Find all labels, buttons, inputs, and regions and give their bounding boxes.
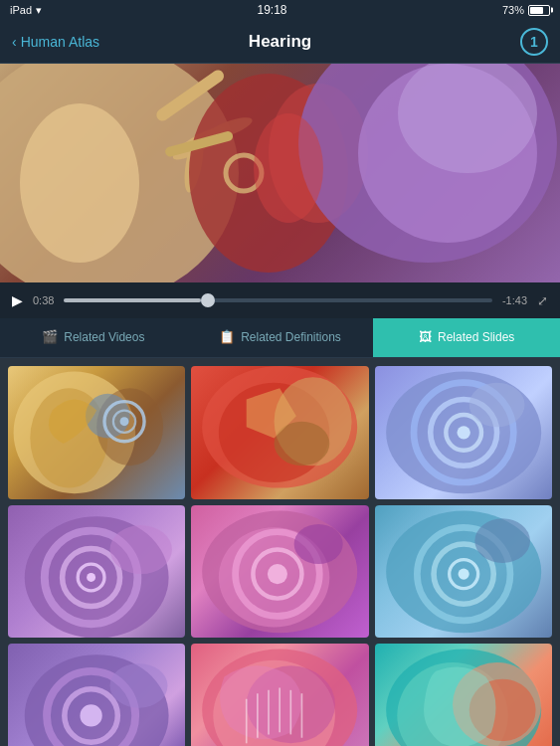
slides-tab-icon: 🖼 [419, 329, 432, 344]
progress-thumb[interactable] [201, 293, 215, 307]
svg-point-47 [458, 568, 468, 579]
tab-related-videos[interactable]: 🎬 Related Videos [0, 318, 187, 357]
slide-thumb-2 [191, 366, 368, 499]
battery-bar [528, 5, 550, 16]
battery-tip [551, 8, 554, 13]
play-button[interactable]: ▶ [12, 292, 23, 308]
svg-point-12 [254, 113, 323, 223]
back-label: Human Atlas [21, 34, 99, 50]
svg-point-42 [294, 524, 343, 564]
progress-fill [64, 298, 201, 302]
video-controls: ▶ 0:38 -1:43 ⤢ [0, 282, 560, 318]
svg-point-35 [87, 573, 95, 582]
definitions-tab-icon: 📋 [219, 329, 235, 344]
time-remaining: -1:43 [502, 294, 527, 306]
slide-item-5[interactable] [191, 505, 368, 639]
svg-point-41 [268, 564, 287, 584]
slide-item-3[interactable] [375, 366, 552, 499]
slide-item-4[interactable] [8, 505, 185, 639]
content-area [0, 358, 560, 746]
slide-item-1[interactable] [8, 366, 185, 499]
battery-percent: 73% [502, 4, 524, 16]
slide-thumb-8 [191, 644, 368, 746]
battery-fill [530, 7, 543, 14]
main-content [0, 358, 560, 746]
slide-thumb-6 [375, 505, 552, 639]
slide-thumb-5 [191, 505, 368, 639]
wifi-icon: ▾ [36, 4, 42, 17]
status-bar: iPad ▾ 19:18 73% [0, 0, 560, 20]
nav-bar: ‹ Human Atlas Hearing 1 [0, 20, 560, 64]
time-elapsed: 0:38 [33, 294, 54, 306]
tab-definitions-label: Related Definitions [241, 330, 341, 344]
slides-grid [8, 366, 552, 746]
svg-point-52 [80, 705, 101, 727]
status-right: 73% [502, 4, 550, 16]
fullscreen-button[interactable]: ⤢ [537, 293, 548, 308]
slide-thumb-1 [8, 366, 185, 499]
tab-strip: 🎬 Related Videos 📋 Related Definitions 🖼… [0, 318, 560, 358]
tab-slides-label: Related Slides [438, 330, 514, 344]
back-button[interactable]: ‹ Human Atlas [12, 34, 99, 50]
device-label: iPad [10, 4, 32, 16]
slide-thumb-9 [375, 644, 552, 746]
svg-point-30 [468, 383, 524, 428]
status-time: 19:18 [257, 3, 286, 17]
slide-thumb-7 [8, 644, 185, 746]
slide-item-8[interactable] [191, 644, 368, 746]
svg-point-1 [20, 103, 139, 263]
slide-item-6[interactable] [375, 505, 552, 639]
tab-related-definitions[interactable]: 📋 Related Definitions [187, 318, 374, 357]
slide-item-9[interactable] [375, 644, 552, 746]
svg-point-29 [457, 426, 469, 439]
progress-bar[interactable] [64, 298, 492, 302]
svg-point-48 [474, 518, 530, 563]
back-chevron-icon: ‹ [12, 34, 17, 50]
slide-item-7[interactable] [8, 644, 185, 746]
tab-related-slides[interactable]: 🖼 Related Slides [373, 318, 560, 357]
svg-point-53 [110, 664, 168, 709]
status-left: iPad ▾ [10, 4, 42, 17]
slide-thumb-3 [375, 366, 552, 499]
nav-badge[interactable]: 1 [520, 28, 548, 56]
tab-videos-label: Related Videos [64, 330, 144, 344]
slide-thumb-4 [8, 505, 185, 639]
svg-point-36 [110, 525, 172, 574]
video-player [0, 64, 560, 282]
slide-item-2[interactable] [191, 366, 368, 499]
page-title: Hearing [249, 32, 311, 52]
svg-point-20 [120, 417, 129, 426]
video-tab-icon: 🎬 [42, 329, 58, 344]
video-illustration [0, 64, 560, 282]
